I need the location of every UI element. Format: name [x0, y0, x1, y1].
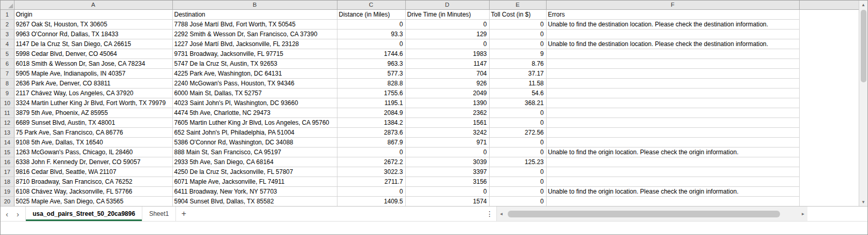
row-header-8[interactable]: 8	[1, 78, 14, 88]
cell[interactable]: 1227 José Martí Blvd, Jacksonville, FL 2…	[172, 39, 337, 49]
cell[interactable]: 0	[489, 167, 546, 177]
cell[interactable]	[546, 167, 799, 177]
cell[interactable]: 2292 Smith & Wesson Dr, San Francisco, C…	[172, 29, 337, 39]
cell[interactable]: 963.3	[337, 58, 405, 68]
cell[interactable]: Unable to find the destination location.…	[546, 19, 799, 29]
cell[interactable]: 0	[337, 19, 405, 29]
cell[interactable]: 1384.2	[337, 118, 405, 127]
cell[interactable]: 93.3	[337, 29, 405, 39]
cell[interactable]: 0	[337, 147, 405, 157]
row-header-5[interactable]: 5	[1, 49, 14, 58]
cell[interactable]: 0	[489, 137, 546, 147]
cell[interactable]: 6108 Chávez Way, Jacksonville, FL 57766	[14, 186, 172, 196]
cell[interactable]: 652 Saint John's Pl, Philadelphia, PA 51…	[172, 127, 337, 137]
cell[interactable]: 828.8	[337, 78, 405, 88]
cell[interactable]: 3156	[405, 177, 489, 186]
cell[interactable]: 129	[405, 29, 489, 39]
cell[interactable]: 3397	[405, 167, 489, 177]
column-header-e[interactable]: E	[489, 1, 546, 9]
vertical-scrollbar-track[interactable]	[859, 82, 867, 198]
sheet-tab-sheet1[interactable]: Sheet1	[142, 207, 176, 221]
cell[interactable]: 867.9	[337, 137, 405, 147]
column-header-b[interactable]: B	[172, 1, 337, 9]
cell[interactable]: 1390	[405, 98, 489, 108]
add-sheet-button[interactable]: +	[176, 207, 192, 221]
cell[interactable]: Drive Time (in Minutes)	[405, 9, 489, 19]
cell[interactable]: 4250 De la Cruz St, Jacksonville, FL 578…	[172, 167, 337, 177]
cell[interactable]: 6411 Broadway, New York, NY 57703	[172, 186, 337, 196]
cell[interactable]: 0	[405, 19, 489, 29]
cell[interactable]: 2362	[405, 108, 489, 118]
cell[interactable]: 1561	[405, 118, 489, 127]
cell[interactable]: 2049	[405, 88, 489, 98]
cell[interactable]	[546, 108, 799, 118]
row-header-14[interactable]: 14	[1, 137, 14, 147]
cell[interactable]: 888 Main St, San Francisco, CA 95197	[172, 147, 337, 157]
column-header-c[interactable]: C	[337, 1, 405, 9]
cell[interactable]: 4225 Park Ave, Washington, DC 64131	[172, 68, 337, 78]
cell[interactable]: 2117 Chávez Way, Los Angeles, CA 37920	[14, 88, 172, 98]
cell[interactable]: 0	[489, 147, 546, 157]
cell[interactable]: 2084.9	[337, 108, 405, 118]
cell[interactable]: 5025 Maple Ave, San Diego, CA 53565	[14, 196, 172, 206]
select-all-button[interactable]	[1, 1, 14, 9]
row-header-11[interactable]: 11	[1, 108, 14, 118]
cell[interactable]: 926	[405, 78, 489, 88]
cell[interactable]: 272.56	[489, 127, 546, 137]
row-header-10[interactable]: 10	[1, 98, 14, 108]
cell[interactable]: 2873.6	[337, 127, 405, 137]
cell[interactable]	[546, 49, 799, 58]
cell[interactable]	[546, 68, 799, 78]
cell[interactable]: 1147	[405, 58, 489, 68]
row-header-6[interactable]: 6	[1, 58, 14, 68]
cell[interactable]	[546, 78, 799, 88]
cell[interactable]: 6000 Main St, Dallas, TX 52757	[172, 88, 337, 98]
cell[interactable]: Unable to find the origin location. Plea…	[546, 186, 799, 196]
cell[interactable]: Unable to find the destination location.…	[546, 39, 799, 49]
cell[interactable]: 6338 John F. Kennedy Dr, Denver, CO 5905…	[14, 157, 172, 167]
cell[interactable]: 7605 Martin Luther King Jr Blvd, Los Ang…	[172, 118, 337, 127]
row-header-9[interactable]: 9	[1, 88, 14, 98]
cell[interactable]: 0	[405, 39, 489, 49]
cell[interactable]: 0	[489, 39, 546, 49]
cell[interactable]: Destination	[172, 9, 337, 19]
row-header-12[interactable]: 12	[1, 118, 14, 127]
cell[interactable]: 9	[489, 49, 546, 58]
cell[interactable]: 0	[489, 196, 546, 206]
cell[interactable]: 3039	[405, 157, 489, 167]
cell[interactable]	[546, 127, 799, 137]
cell[interactable]: 2711.7	[337, 177, 405, 186]
cell[interactable]: 971	[405, 137, 489, 147]
cell[interactable]: 0	[489, 19, 546, 29]
cell[interactable]: 8710 Broadway, San Francisco, CA 76252	[14, 177, 172, 186]
row-header-3[interactable]: 3	[1, 29, 14, 39]
cell[interactable]: 0	[489, 29, 546, 39]
row-header-4[interactable]: 4	[1, 39, 14, 49]
cell[interactable]	[546, 177, 799, 186]
cell[interactable]: 1744.6	[337, 49, 405, 58]
cell[interactable]: Unable to find the origin location. Plea…	[546, 147, 799, 157]
cell[interactable]: 5386 O'Connor Rd, Washington, DC 34088	[172, 137, 337, 147]
row-header-13[interactable]: 13	[1, 127, 14, 137]
row-header-18[interactable]: 18	[1, 177, 14, 186]
cell[interactable]: 9108 5th Ave, Dallas, TX 16540	[14, 137, 172, 147]
cell[interactable]: 3022.3	[337, 167, 405, 177]
cell[interactable]: 9267 Oak St, Houston, TX 30605	[14, 19, 172, 29]
scroll-right-icon[interactable]: ►	[799, 212, 807, 216]
cell[interactable]: 9963 O'Connor Rd, Dallas, TX 18433	[14, 29, 172, 39]
cell[interactable]: 5904 Sunset Blvd, Dallas, TX 85582	[172, 196, 337, 206]
cell[interactable]: 2636 Park Ave, Denver, CO 83811	[14, 78, 172, 88]
cell[interactable]	[546, 58, 799, 68]
scroll-down-icon[interactable]: ▼	[859, 198, 867, 206]
cell[interactable]: 4474 5th Ave, Charlotte, NC 29473	[172, 108, 337, 118]
cell[interactable]	[546, 88, 799, 98]
cell[interactable]: 2240 McGowan's Pass, Houston, TX 94346	[172, 78, 337, 88]
row-header-20[interactable]: 20	[1, 196, 14, 206]
cell[interactable]: 3324 Martin Luther King Jr Blvd, Fort Wo…	[14, 98, 172, 108]
cell[interactable]: 1263 McGowan's Pass, Chicago, IL 28460	[14, 147, 172, 157]
horizontal-scrollbar[interactable]: ◄ ►	[496, 207, 807, 221]
cell[interactable]: 0	[489, 108, 546, 118]
cell[interactable]	[546, 98, 799, 108]
cell[interactable]: 1755.6	[337, 88, 405, 98]
row-header-1[interactable]: 1	[1, 9, 14, 19]
